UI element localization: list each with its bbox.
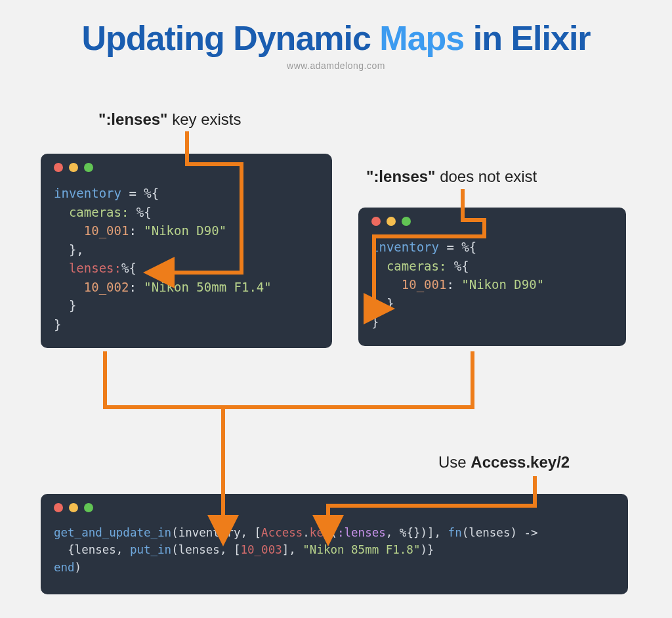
maximize-icon: [84, 503, 93, 512]
close-icon: [54, 163, 63, 172]
minimize-icon: [387, 217, 396, 226]
label-key-exists: ":lenses" key exists: [98, 110, 242, 129]
label-key-exists-bold: ":lenses": [98, 110, 167, 128]
header: Updating Dynamic Maps in Elixir www.adam…: [0, 0, 672, 71]
window-controls: [54, 163, 319, 172]
minimize-icon: [69, 503, 78, 512]
label-use-prefix: Use: [438, 453, 471, 471]
minimize-icon: [69, 163, 78, 172]
label-use-access-key: Use Access.key/2: [438, 453, 570, 472]
maximize-icon: [84, 163, 93, 172]
label-key-not-exist-bold: ":lenses": [366, 167, 435, 185]
subtitle-url: www.adamdelong.com: [0, 60, 672, 71]
code-box-solution: get_and_update_in(inventory, [Access.key…: [41, 494, 628, 594]
code-snippet-3: get_and_update_in(inventory, [Access.key…: [54, 524, 615, 576]
title-part-1: Updating Dynamic: [81, 19, 379, 57]
maximize-icon: [402, 217, 411, 226]
window-controls: [54, 503, 615, 512]
close-icon: [371, 217, 381, 226]
close-icon: [54, 503, 63, 512]
label-key-not-exist-rest: does not exist: [435, 167, 537, 185]
title-part-2: Maps: [379, 19, 464, 57]
window-controls: [371, 217, 613, 226]
bracket-join: [105, 351, 472, 407]
code-snippet-1: inventory = %{ cameras: %{ 10_001: "Niko…: [54, 184, 319, 334]
code-snippet-2: inventory = %{ cameras: %{ 10_001: "Niko…: [371, 238, 613, 332]
label-use-bold: Access.key/2: [471, 453, 570, 471]
label-key-not-exist: ":lenses" does not exist: [366, 167, 537, 186]
label-key-exists-rest: key exists: [167, 110, 241, 128]
title-part-3: in Elixir: [464, 19, 590, 57]
code-box-without-lenses: inventory = %{ cameras: %{ 10_001: "Niko…: [358, 208, 626, 346]
page-title: Updating Dynamic Maps in Elixir: [0, 21, 672, 55]
code-box-with-lenses: inventory = %{ cameras: %{ 10_001: "Niko…: [41, 154, 332, 348]
